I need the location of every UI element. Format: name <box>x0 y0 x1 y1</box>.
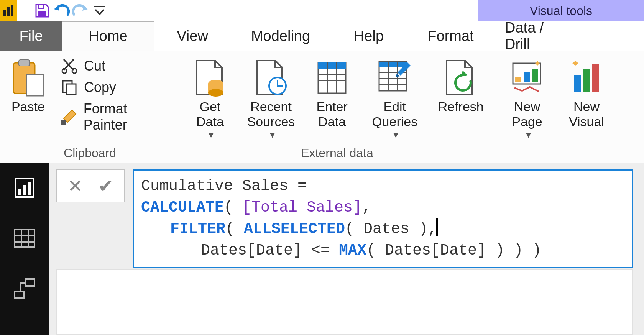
separator <box>117 3 117 18</box>
tab-label: File <box>19 28 43 44</box>
cut-label: Cut <box>84 58 105 74</box>
svg-rect-36 <box>574 75 581 92</box>
ribbon-group-clipboard: Paste Cut Copy <box>0 51 180 163</box>
svg-rect-0 <box>3 10 6 16</box>
bar-chart-icon <box>3 5 14 16</box>
tab-label: Format <box>427 28 473 44</box>
document-db-icon <box>194 59 227 97</box>
get-data-button[interactable]: Get Data▾ <box>188 55 232 141</box>
separator <box>25 3 25 18</box>
data-grid-icon <box>14 229 35 248</box>
recent-sources-button[interactable]: Recent Sources▾ <box>244 55 298 141</box>
copy-button[interactable]: Copy <box>60 79 172 95</box>
tab-file[interactable]: File <box>0 21 62 51</box>
document-refresh-icon <box>444 59 478 97</box>
group-label: External data <box>188 143 486 160</box>
chevron-down-icon: ▾ <box>526 129 531 141</box>
svg-rect-33 <box>515 77 521 82</box>
contextual-tab-header: Visual tools <box>478 0 644 21</box>
nav-model[interactable] <box>11 275 38 303</box>
nav-data[interactable] <box>11 225 38 252</box>
save-button[interactable] <box>33 1 52 20</box>
customize-qat-button[interactable] <box>90 1 109 20</box>
table-edit-icon <box>378 60 412 96</box>
tab-data-drill[interactable]: Data / Drill <box>494 21 582 51</box>
paste-icon <box>11 59 46 97</box>
dax-keyword: ALLSELECTED <box>244 220 345 238</box>
svg-point-16 <box>208 89 223 97</box>
copy-label: Copy <box>84 79 116 95</box>
new-visual-icon <box>572 61 601 95</box>
enter-data-button[interactable]: Enter Data <box>310 55 354 129</box>
copy-icon <box>60 80 79 95</box>
app-icon <box>0 0 17 21</box>
dax-measure: [Total Sales] <box>242 199 362 216</box>
btn-label: Refresh <box>438 99 484 114</box>
tab-format[interactable]: Format <box>407 21 494 51</box>
svg-rect-49 <box>15 291 24 298</box>
svg-rect-38 <box>592 64 599 92</box>
svg-rect-19 <box>318 62 346 69</box>
group-label <box>502 143 636 160</box>
paste-button[interactable]: Paste <box>8 55 49 114</box>
btn-label: Edit Queries <box>372 99 417 129</box>
nav-report[interactable] <box>11 174 38 202</box>
undo-button[interactable] <box>52 1 71 20</box>
svg-rect-35 <box>532 69 538 82</box>
dax-keyword: CALCULATE <box>141 199 224 216</box>
scissors-icon <box>60 58 79 74</box>
formula-text: ( Dates[Date] ) ) ) <box>366 242 541 259</box>
quick-access-toolbar: Visual tools <box>0 0 644 21</box>
svg-rect-41 <box>23 185 26 195</box>
btn-label: Get Data <box>196 99 224 129</box>
tab-help[interactable]: Help <box>330 21 407 51</box>
ribbon-tabs: File Home View Modeling Help Format Data… <box>0 21 644 51</box>
redo-button[interactable] <box>71 1 90 20</box>
undo-icon <box>53 4 70 18</box>
svg-rect-7 <box>19 60 30 66</box>
commit-formula-button[interactable]: ✔ <box>98 175 113 197</box>
svg-rect-8 <box>26 74 43 96</box>
refresh-button[interactable]: Refresh <box>435 55 486 114</box>
formula-editor[interactable]: Cumulative Sales = CALCULATE( [Total Sal… <box>133 169 633 268</box>
chevron-down-icon: ▾ <box>393 129 398 141</box>
formula-text: ( <box>224 199 242 216</box>
svg-rect-43 <box>15 230 34 247</box>
tab-home[interactable]: Home <box>62 21 154 51</box>
cut-button[interactable]: Cut <box>60 58 172 74</box>
report-canvas[interactable] <box>56 269 633 335</box>
svg-rect-13 <box>61 120 66 125</box>
text-cursor <box>436 218 438 236</box>
svg-point-10 <box>72 69 77 73</box>
btn-label: New Page <box>512 99 542 129</box>
ribbon-group-insert: New Page▾ New Visual <box>495 51 644 163</box>
dax-keyword: FILTER <box>170 220 225 238</box>
tab-modeling[interactable]: Modeling <box>231 21 330 51</box>
svg-rect-12 <box>67 84 76 95</box>
content-area: ✕ ✔ Cumulative Sales = CALCULATE( [Total… <box>49 163 644 335</box>
svg-rect-3 <box>38 5 44 8</box>
formula-text: ( Dates ), <box>345 220 437 238</box>
formula-text: Dates[Date] <= <box>201 242 339 259</box>
tab-view[interactable]: View <box>154 21 231 51</box>
new-page-button[interactable]: New Page▾ <box>502 55 552 141</box>
svg-rect-26 <box>379 62 407 67</box>
formula-text: Cumulative Sales = <box>141 177 307 195</box>
format-painter-button[interactable]: Format Painter <box>60 101 172 133</box>
new-visual-button[interactable]: New Visual <box>564 55 610 129</box>
cancel-formula-button[interactable]: ✕ <box>67 175 83 197</box>
tab-label: Home <box>89 28 127 44</box>
formula-text: ( <box>225 220 244 238</box>
chevron-down-icon: ▾ <box>270 129 275 141</box>
save-icon <box>34 3 50 18</box>
svg-rect-4 <box>38 11 46 16</box>
paintbrush-icon <box>60 109 78 125</box>
ribbon-group-external-data: Get Data▾ Recent Sources▾ <box>180 51 495 163</box>
group-label: Clipboard <box>8 143 172 160</box>
tab-label: Data / Drill <box>505 20 571 53</box>
svg-rect-2 <box>11 5 13 16</box>
btn-label: New Visual <box>569 99 604 129</box>
new-page-icon <box>511 61 544 95</box>
edit-queries-button[interactable]: Edit Queries▾ <box>366 55 424 141</box>
document-clock-icon <box>254 59 288 97</box>
